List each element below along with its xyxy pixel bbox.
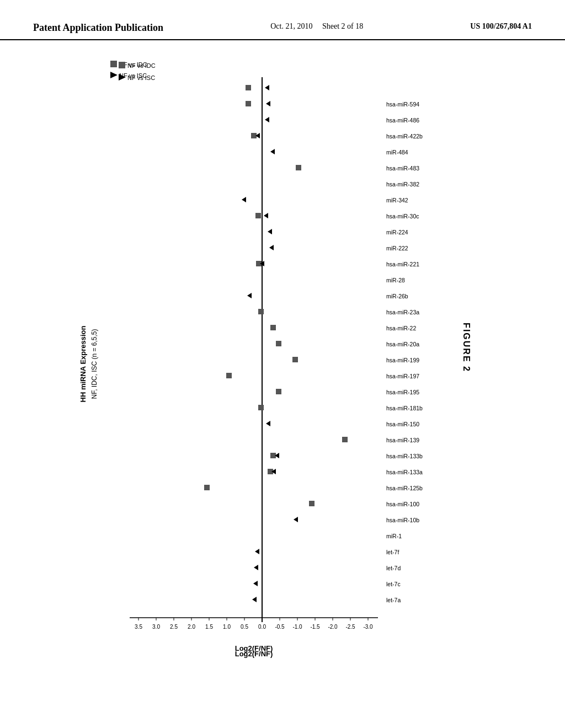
row-let-7d: let-7d xyxy=(254,565,401,571)
svg-text:hsa-miR-197: hsa-miR-197 xyxy=(386,373,419,379)
svg-rect-78 xyxy=(276,389,281,394)
svg-text:NF vs ISC: NF vs ISC xyxy=(127,74,155,81)
svg-rect-37 xyxy=(246,85,251,90)
svg-rect-40 xyxy=(246,101,251,106)
svg-marker-60 xyxy=(269,245,274,250)
svg-text:hsa-miR-483: hsa-miR-483 xyxy=(386,165,419,172)
svg-text:hsa-miR-221: hsa-miR-221 xyxy=(386,261,419,267)
row-hsa-mir-221: hsa-miR-221 xyxy=(256,261,419,267)
row-hsa-mir-422b: hsa-miR-422b xyxy=(251,133,423,140)
chart-container: HH miRNA Expression NF, IDC, ISC (n = 6,… xyxy=(33,44,486,662)
svg-marker-48 xyxy=(270,149,275,154)
row-hsa-mir-92: hsa-miR-92 xyxy=(246,85,486,138)
svg-text:-1.0: -1.0 xyxy=(292,624,302,630)
svg-marker-99 xyxy=(255,549,259,554)
row-mir-26b: miR-26b xyxy=(247,293,408,299)
svg-marker-82 xyxy=(266,421,270,426)
svg-text:hsa-miR-199: hsa-miR-199 xyxy=(386,357,419,363)
row-mir-1: miR-1 xyxy=(386,533,402,539)
svg-text:2.0: 2.0 xyxy=(188,624,195,630)
svg-text:hsa-miR-20a: hsa-miR-20a xyxy=(386,341,419,347)
row-mir-28: miR-28 xyxy=(386,277,405,283)
page-header: Patent Application Publication Oct. 21, … xyxy=(0,0,565,40)
svg-text:let-7c: let-7c xyxy=(386,581,401,587)
svg-text:hsa-miR-486: hsa-miR-486 xyxy=(386,117,419,124)
svg-text:3.5: 3.5 xyxy=(135,624,142,630)
svg-marker-103 xyxy=(253,581,258,586)
svg-text:FIGURE 2: FIGURE 2 xyxy=(462,323,471,372)
svg-marker-38 xyxy=(265,85,269,90)
svg-text:hsa-miR-195: hsa-miR-195 xyxy=(386,389,419,395)
svg-rect-94 xyxy=(309,501,315,506)
svg-text:miR-1: miR-1 xyxy=(386,533,402,539)
svg-text:Log2(F/NF): Log2(F/NF) xyxy=(235,644,273,652)
svg-marker-4 xyxy=(110,72,118,78)
svg-text:miR-222: miR-222 xyxy=(386,245,408,251)
row-mir-484: miR-484 xyxy=(270,149,408,156)
svg-text:3.0: 3.0 xyxy=(152,624,160,630)
svg-text:-2.5: -2.5 xyxy=(345,624,355,630)
svg-text:-3.0: -3.0 xyxy=(363,624,373,630)
svg-text:let-7f: let-7f xyxy=(386,549,399,555)
svg-text:miR-484: miR-484 xyxy=(386,149,408,156)
row-hsa-mir-10b: hsa-miR-10b xyxy=(294,517,419,523)
row-hsa-mir-125b: hsa-miR-125b xyxy=(204,485,423,491)
svg-text:miR-342: miR-342 xyxy=(386,197,408,204)
row-hsa-mir-133b: hsa-miR-133b xyxy=(270,453,423,459)
sheet-info: Sheet 2 of 18 xyxy=(322,22,363,30)
svg-text:miR-224: miR-224 xyxy=(386,229,408,235)
svg-text:0.0: 0.0 xyxy=(258,624,266,630)
svg-text:hsa-miR-100: hsa-miR-100 xyxy=(386,501,419,507)
svg-marker-58 xyxy=(268,229,272,234)
svg-marker-96 xyxy=(294,517,298,522)
svg-text:NF, IDC, ISC (n = 6,5,5): NF, IDC, ISC (n = 6,5,5) xyxy=(90,329,98,399)
svg-text:let-7a: let-7a xyxy=(386,597,401,603)
svg-text:miR-26b: miR-26b xyxy=(386,293,408,299)
svg-rect-2 xyxy=(110,61,117,67)
svg-text:hsa-miR-594: hsa-miR-594 xyxy=(386,101,419,108)
svg-rect-72 xyxy=(276,341,281,346)
row-let-7c: let-7c xyxy=(253,581,401,587)
svg-rect-84 xyxy=(342,437,348,442)
row-hsa-mir-199: hsa-miR-199 xyxy=(292,357,419,363)
row-hsa-mir-133a: hsa-miR-133a xyxy=(268,469,423,475)
svg-marker-105 xyxy=(252,597,257,602)
row-hsa-mir-100: hsa-miR-100 xyxy=(309,501,419,507)
svg-rect-76 xyxy=(226,373,232,378)
svg-text:hsa-miR-133b: hsa-miR-133b xyxy=(386,453,423,459)
svg-text:-0.5: -0.5 xyxy=(275,624,285,630)
svg-text:miR-28: miR-28 xyxy=(386,277,405,283)
row-let-7f: let-7f xyxy=(255,549,399,555)
chart-svg: HH miRNA Expression NF, IDC, ISC (n = 6,… xyxy=(33,44,486,695)
svg-text:hsa-miR-23a: hsa-miR-23a xyxy=(386,309,419,315)
svg-text:hsa-miR-22: hsa-miR-22 xyxy=(386,325,416,331)
svg-text:hsa-miR-139: hsa-miR-139 xyxy=(386,437,419,443)
svg-text:hsa-miR-10b: hsa-miR-10b xyxy=(386,517,419,523)
svg-text:hsa-miR-422b: hsa-miR-422b xyxy=(386,133,423,140)
svg-text:1.5: 1.5 xyxy=(205,624,213,630)
svg-rect-92 xyxy=(204,485,210,490)
header-center: Oct. 21, 2010 Sheet 2 of 18 xyxy=(270,22,363,31)
svg-text:hsa-miR-30c: hsa-miR-30c xyxy=(386,213,419,220)
row-hsa-mir-195: hsa-miR-195 xyxy=(276,389,419,395)
publication-date: Oct. 21, 2010 xyxy=(270,22,312,30)
svg-marker-43 xyxy=(265,117,269,122)
row-mir-224: miR-224 xyxy=(268,229,408,235)
row-mir-342: miR-342 xyxy=(242,197,408,204)
svg-rect-68 xyxy=(258,309,264,314)
svg-text:HH miRNA Expression: HH miRNA Expression xyxy=(79,325,87,402)
svg-text:hsa-miR-133a: hsa-miR-133a xyxy=(386,469,423,475)
row-hsa-mir-197: hsa-miR-197 xyxy=(226,373,419,379)
patent-number: US 100/267,804 A1 xyxy=(470,22,532,31)
svg-rect-74 xyxy=(292,357,298,362)
row-hsa-mir-483: hsa-miR-483 xyxy=(296,165,419,172)
svg-text:2.5: 2.5 xyxy=(170,624,178,630)
row-hsa-mir-594: hsa-miR-594 xyxy=(246,101,419,108)
svg-rect-107 xyxy=(119,62,125,68)
svg-text:hsa-miR-181b: hsa-miR-181b xyxy=(386,405,423,411)
svg-rect-70 xyxy=(270,325,276,330)
svg-text:-1.5: -1.5 xyxy=(310,624,320,630)
svg-marker-66 xyxy=(247,293,252,298)
row-hsa-mir-30c: hsa-miR-30c xyxy=(255,213,419,220)
svg-rect-55 xyxy=(255,213,261,218)
